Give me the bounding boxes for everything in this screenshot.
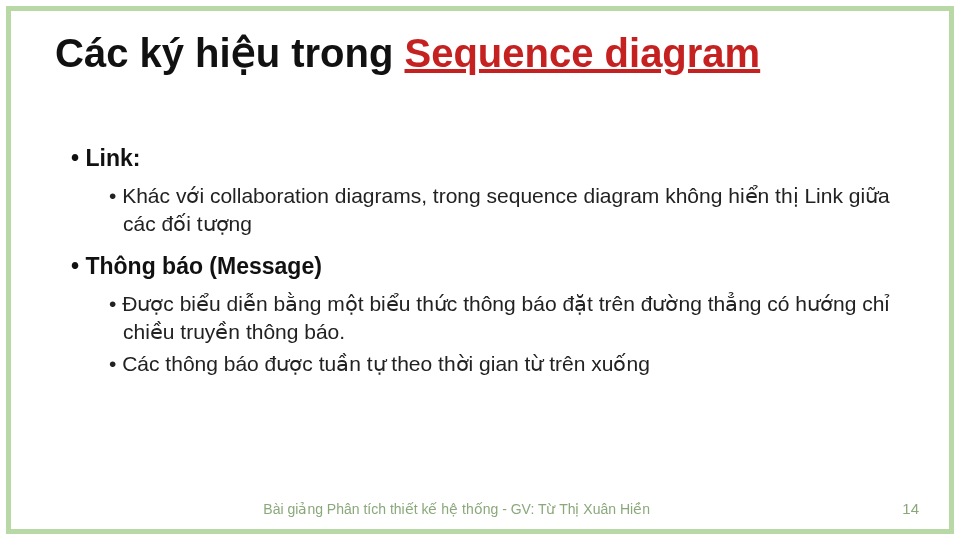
title-highlight: Sequence diagram [405, 31, 761, 75]
slide: Các ký hiệu trong Sequence diagram Link:… [0, 0, 960, 540]
page-number: 14 [902, 500, 919, 517]
section-link-bullet: Khác với collaboration diagrams, trong s… [109, 182, 894, 239]
section-message-heading: Thông báo (Message) [71, 253, 894, 280]
slide-title: Các ký hiệu trong Sequence diagram [55, 29, 905, 77]
slide-content: Link: Khác với collaboration diagrams, t… [71, 131, 894, 383]
footer: Bài giảng Phân tích thiết kế hệ thống - … [11, 500, 949, 517]
heading-colon: : [133, 145, 141, 171]
heading-text: Link [85, 145, 132, 171]
section-link-heading: Link: [71, 145, 894, 172]
footer-text: Bài giảng Phân tích thiết kế hệ thống - … [11, 501, 902, 517]
section-message-bullet-1: Được biểu diễn bằng một biểu thức thông … [109, 290, 894, 347]
title-pre: Các ký hiệu trong [55, 31, 405, 75]
section-message-bullet-2: Các thông báo được tuần tự theo thời gia… [109, 350, 894, 378]
slide-frame: Các ký hiệu trong Sequence diagram Link:… [6, 6, 954, 534]
